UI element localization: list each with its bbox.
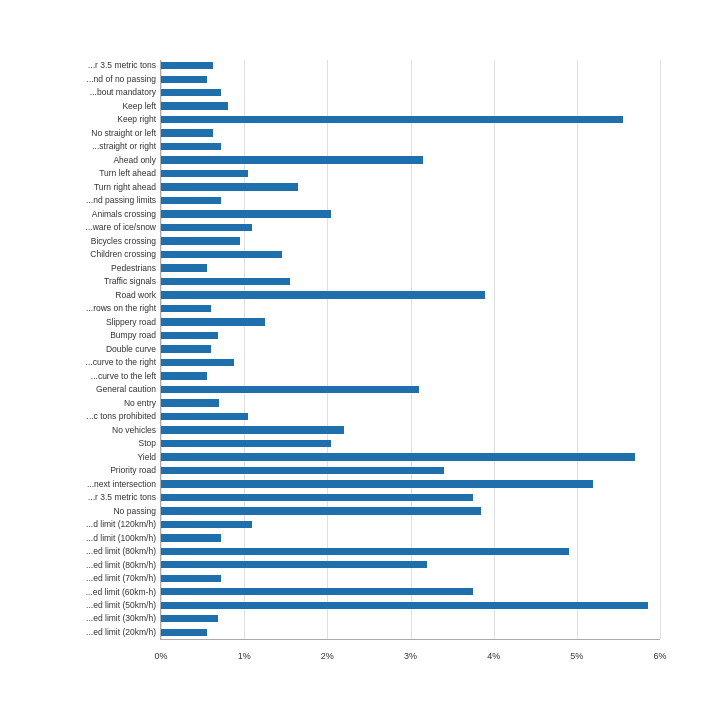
bar <box>161 494 473 501</box>
bar <box>161 278 290 285</box>
bar-row: ...d limit (100km/h) <box>161 534 660 541</box>
y-axis-label: Bumpy road <box>110 331 156 340</box>
bar-row: Turn left ahead <box>161 170 660 177</box>
bar <box>161 615 218 622</box>
bar-row: ...r 3.5 metric tons <box>161 62 660 69</box>
bar-row: ...ware of ice/snow <box>161 224 660 231</box>
y-axis-label: Traffic signals <box>104 277 156 286</box>
x-grid-line <box>660 60 661 639</box>
bar-row: Animals crossing <box>161 210 660 217</box>
y-axis-label: ...curve to the left <box>91 372 156 381</box>
bar <box>161 386 419 393</box>
bar <box>161 237 240 244</box>
bar <box>161 426 344 433</box>
bar-row: Children crossing <box>161 251 660 258</box>
chart-container: 0%1%2%3%4%5%6%...r 3.5 metric tons...nd … <box>0 0 720 720</box>
y-axis-label: ...ed limit (70km/h) <box>86 574 156 583</box>
y-axis-label: Bicycles crossing <box>91 237 156 246</box>
bar-row: Traffic signals <box>161 278 660 285</box>
bar <box>161 170 248 177</box>
bar-row: Keep right <box>161 116 660 123</box>
y-axis-label: No straight or left <box>91 129 156 138</box>
bar <box>161 156 423 163</box>
y-axis-label: Yield <box>137 453 156 462</box>
y-axis-label: No vehicles <box>112 426 156 435</box>
bar-row: ...nd of no passing <box>161 76 660 83</box>
y-axis-label: ...ed limit (30km/h) <box>86 614 156 623</box>
bar <box>161 318 265 325</box>
bar-row: ...ed limit (80km/h) <box>161 548 660 555</box>
x-tick-label: 5% <box>570 651 583 661</box>
bar-row: ...curve to the right <box>161 359 660 366</box>
y-axis-label: No passing <box>113 507 156 516</box>
bar <box>161 440 331 447</box>
bar <box>161 453 635 460</box>
y-axis-label: ...next intersection <box>87 480 156 489</box>
y-axis-label: Double curve <box>106 345 156 354</box>
bar <box>161 345 211 352</box>
y-axis-label: Road work <box>115 291 156 300</box>
bar <box>161 521 252 528</box>
bar-row: ...nd passing limits <box>161 197 660 204</box>
y-axis-label: ...nd passing limits <box>86 196 156 205</box>
bar <box>161 129 213 136</box>
bar-row: General caution <box>161 386 660 393</box>
bar-row: Road work <box>161 291 660 298</box>
bar-row: Turn right ahead <box>161 183 660 190</box>
y-axis-label: ...ware of ice/snow <box>86 223 156 232</box>
bar <box>161 116 623 123</box>
bar <box>161 575 221 582</box>
y-axis-label: ...ed limit (20km/h) <box>86 628 156 637</box>
y-axis-label: ...ed limit (80km/h) <box>86 561 156 570</box>
bar <box>161 602 648 609</box>
bar <box>161 305 211 312</box>
bar <box>161 143 221 150</box>
y-axis-label: Turn right ahead <box>94 183 156 192</box>
bar <box>161 372 207 379</box>
bar <box>161 332 218 339</box>
bar-row: ...next intersection <box>161 480 660 487</box>
bar-row: No vehicles <box>161 426 660 433</box>
bar <box>161 183 298 190</box>
bar-row: Slippery road <box>161 318 660 325</box>
bar-row: ...ed limit (50km/h) <box>161 602 660 609</box>
bar-row: ...ed limit (20km/h) <box>161 629 660 636</box>
bar-row: Priority road <box>161 467 660 474</box>
bar <box>161 507 481 514</box>
y-axis-label: Stop <box>139 439 157 448</box>
x-tick-label: 6% <box>653 651 666 661</box>
y-axis-label: No entry <box>124 399 156 408</box>
y-axis-label: ...r 3.5 metric tons <box>88 61 156 70</box>
x-tick-label: 2% <box>321 651 334 661</box>
bar <box>161 62 213 69</box>
bar-row: ...curve to the left <box>161 372 660 379</box>
y-axis-label: Priority road <box>110 466 156 475</box>
bar-row: ...ed limit (70km/h) <box>161 575 660 582</box>
bar <box>161 102 228 109</box>
bar <box>161 359 234 366</box>
bar-row: Double curve <box>161 345 660 352</box>
bar <box>161 399 219 406</box>
bar <box>161 467 444 474</box>
y-axis-label: ...curve to the right <box>86 358 156 367</box>
y-axis-label: ...bout mandatory <box>90 88 156 97</box>
bar-row: Yield <box>161 453 660 460</box>
bar <box>161 210 331 217</box>
y-axis-label: ...rows on the right <box>86 304 156 313</box>
bar <box>161 413 248 420</box>
bar-row: Pedestrians <box>161 264 660 271</box>
bar-row: Ahead only <box>161 156 660 163</box>
y-axis-label: ...ed limit (50km/h) <box>86 601 156 610</box>
y-axis-label: Pedestrians <box>111 264 156 273</box>
bar <box>161 224 252 231</box>
x-tick-label: 0% <box>154 651 167 661</box>
bar <box>161 534 221 541</box>
bar-row: ...rows on the right <box>161 305 660 312</box>
chart-area: 0%1%2%3%4%5%6%...r 3.5 metric tons...nd … <box>160 60 660 640</box>
bar-row: ...c tons prohibited <box>161 413 660 420</box>
y-axis-label: Keep left <box>122 102 156 111</box>
bar-row: Keep left <box>161 102 660 109</box>
bar-row: ...straight or right <box>161 143 660 150</box>
bar-row: No passing <box>161 507 660 514</box>
bar <box>161 264 207 271</box>
